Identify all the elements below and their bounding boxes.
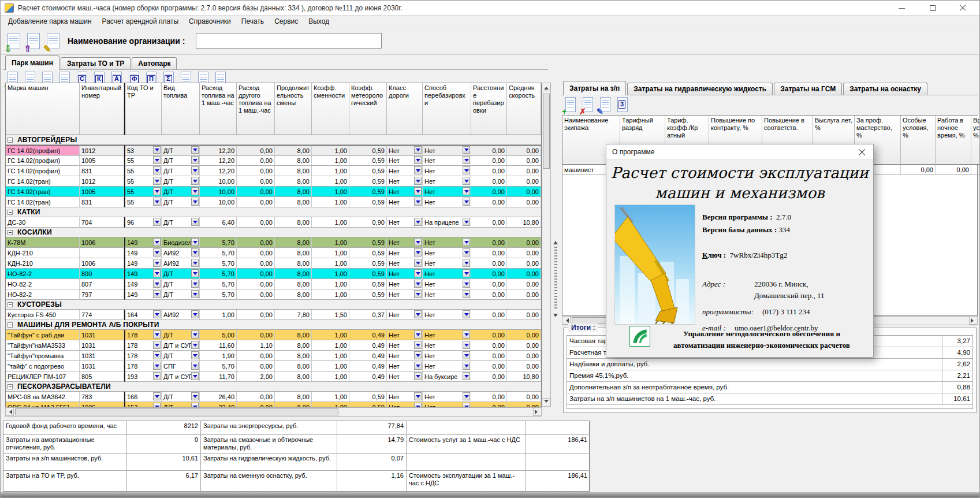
table-cell[interactable]: "тайф" с подогрево (6, 361, 80, 371)
table-cell[interactable]: 0,00 (507, 166, 541, 176)
table-cell[interactable]: 0,59 (349, 402, 387, 407)
table-cell[interactable]: 0,00 (507, 279, 541, 289)
table-cell[interactable]: 0,00 (237, 248, 275, 258)
table-cell[interactable]: 0,59 (349, 166, 387, 176)
machines-grid-vscrollbar[interactable] (542, 83, 551, 407)
table-cell[interactable]: ДС-30 (6, 217, 80, 228)
table-cell[interactable]: 0,00 (507, 351, 541, 361)
dropdown-button[interactable] (414, 238, 422, 246)
table-cell[interactable]: 2,00 (237, 371, 275, 382)
table-cell[interactable]: 55 (124, 166, 162, 176)
table-cell[interactable]: 166 (124, 392, 162, 402)
collapse-group-icon[interactable] (8, 210, 13, 215)
dropdown-button[interactable] (414, 290, 422, 298)
table-cell[interactable]: 0,90 (349, 217, 387, 228)
table-cell[interactable]: Нет (387, 176, 423, 187)
doc-3-icon[interactable]: 3 (614, 96, 631, 114)
table-cell[interactable]: 0,00 (507, 248, 541, 258)
table-cell[interactable]: 0,49 (349, 351, 387, 361)
organization-input[interactable] (196, 33, 382, 49)
dropdown-button[interactable] (191, 238, 199, 246)
table-cell[interactable]: 0,49 (349, 340, 387, 351)
table-cell[interactable]: 8,00 (275, 197, 312, 207)
table-cell[interactable]: 0,10 (971, 165, 980, 175)
dropdown-button[interactable] (153, 269, 161, 277)
table-cell[interactable]: 0,00 (237, 361, 275, 371)
maximize-button[interactable] (919, 1, 946, 16)
table-cell[interactable]: Нет (423, 145, 471, 155)
dropdown-button[interactable] (414, 341, 422, 349)
table-cell[interactable]: 1006 (80, 258, 124, 269)
table-cell[interactable]: Нет (387, 351, 423, 361)
table-cell[interactable]: Нет (423, 187, 471, 197)
dropdown-button[interactable] (153, 177, 161, 185)
table-cell[interactable]: 8,00 (275, 392, 312, 402)
table-cell[interactable]: 805 (80, 371, 124, 382)
table-cell[interactable]: 0,00 (901, 165, 936, 175)
dropdown-button[interactable] (463, 259, 470, 267)
dropdown-button[interactable] (463, 310, 470, 318)
table-cell[interactable]: АИ92 (162, 258, 200, 269)
table-cell[interactable]: 0,00 (471, 176, 507, 187)
table-cell[interactable]: 0,00 (237, 279, 275, 289)
dropdown-button[interactable] (463, 238, 470, 246)
table-cell[interactable]: Нет (387, 340, 423, 351)
table-cell[interactable]: 0,00 (237, 289, 275, 300)
table-cell[interactable]: 1006 (80, 237, 124, 248)
table-cell[interactable]: 12,20 (200, 155, 237, 166)
table-cell[interactable]: 0,00 (507, 145, 541, 155)
table-cell[interactable]: 5,00 (200, 330, 237, 340)
table-cell[interactable]: Д/Т (162, 351, 200, 361)
table-cell[interactable]: 1,00 (312, 248, 349, 258)
table-cell[interactable]: 8,00 (275, 248, 312, 258)
scroll-thumb[interactable] (543, 94, 550, 169)
dropdown-button[interactable] (414, 259, 422, 267)
table-cell[interactable]: На буксире (423, 371, 471, 382)
table-cell[interactable]: 5,70 (200, 361, 237, 371)
table-cell[interactable]: Нет (387, 187, 423, 197)
dropdown-button[interactable] (191, 187, 199, 195)
table-cell[interactable]: 0,37 (349, 310, 387, 320)
dropdown-button[interactable] (414, 269, 422, 277)
table-cell[interactable]: 0,00 (237, 269, 275, 279)
table-cell[interactable]: АИ92 (162, 248, 200, 258)
table-cell[interactable]: Нет (423, 392, 471, 402)
dropdown-button[interactable] (463, 146, 470, 154)
dropdown-button[interactable] (191, 330, 199, 339)
table-cell[interactable]: 5,70 (200, 258, 237, 269)
table-cell[interactable]: 1,00 (312, 166, 349, 176)
table-cell[interactable]: 1,00 (312, 351, 349, 361)
table-cell[interactable]: Нет (423, 166, 471, 176)
table-cell[interactable]: 0,00 (237, 237, 275, 248)
table-cell[interactable]: Д/Т (162, 187, 200, 197)
table-cell[interactable]: 26,40 (200, 392, 237, 402)
table-cell[interactable]: ГС 14.02(тран) (6, 187, 80, 197)
table-cell[interactable]: 55 (124, 197, 162, 207)
table-cell[interactable]: 0,59 (349, 289, 387, 300)
table-cell[interactable]: Д/Т (162, 197, 200, 207)
dropdown-button[interactable] (153, 218, 161, 226)
table-cell[interactable]: 0,00 (471, 330, 507, 340)
table-cell[interactable]: 1,00 (312, 330, 349, 340)
dropdown-button[interactable] (191, 198, 199, 206)
menu-item[interactable]: Добавление парка машин (3, 16, 97, 27)
table-cell[interactable]: 0,49 (349, 371, 387, 382)
table-cell[interactable]: 0,00 (471, 402, 507, 407)
dropdown-button[interactable] (191, 290, 199, 298)
table-cell[interactable]: 8,00 (275, 289, 312, 300)
table-cell[interactable]: ГС 14.02(профил) (6, 145, 80, 155)
scroll-up-icon[interactable] (542, 83, 550, 91)
dropdown-button[interactable] (463, 187, 470, 195)
table-cell[interactable]: 8,00 (275, 402, 312, 407)
table-cell[interactable]: 8,00 (275, 258, 312, 269)
table-cell[interactable]: 0,59 (349, 197, 387, 207)
table-cell[interactable]: Д/Т (162, 269, 200, 279)
dropdown-button[interactable] (463, 290, 470, 298)
table-cell[interactable]: Д/Т (162, 279, 200, 289)
table-cell[interactable]: Кусторез FS 450 (6, 310, 80, 320)
dropdown-button[interactable] (153, 330, 161, 339)
table-cell[interactable]: 1,00 (200, 310, 237, 320)
table-cell[interactable]: 0,00 (471, 269, 507, 279)
table-cell[interactable]: 178 (124, 330, 162, 340)
dropdown-button[interactable] (414, 403, 422, 407)
